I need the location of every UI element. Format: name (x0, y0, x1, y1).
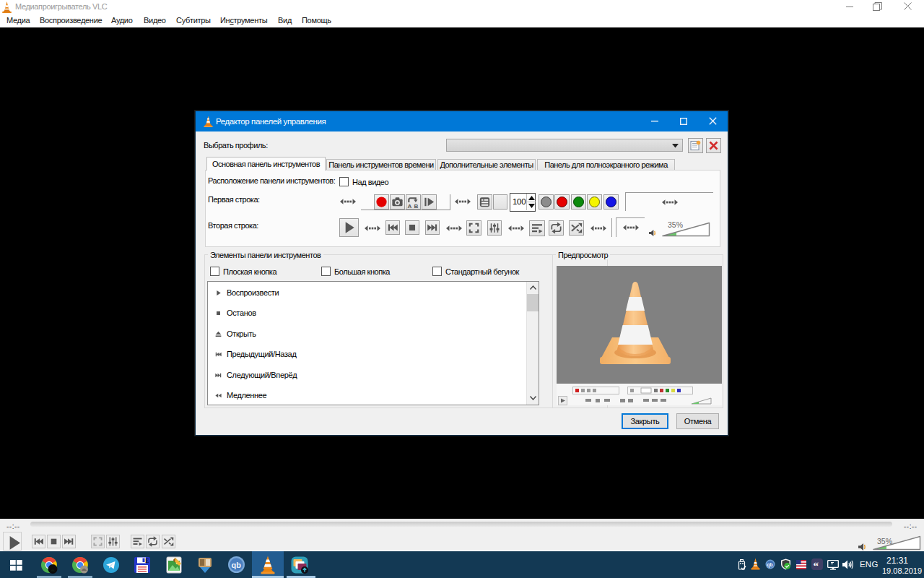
svg-text:qb: qb (232, 561, 242, 569)
svg-text:“: “ (814, 560, 819, 571)
svg-text:qb: qb (767, 562, 773, 568)
svg-text:E: E (145, 558, 149, 564)
